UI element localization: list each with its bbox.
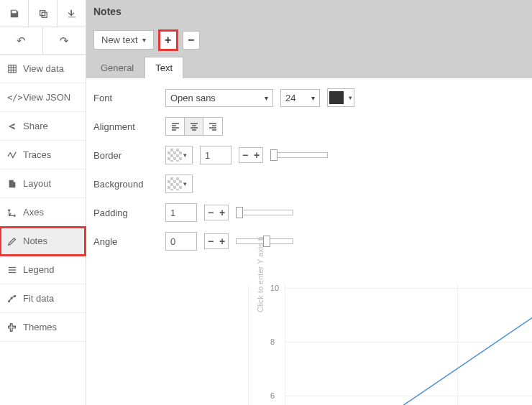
top-icon-row	[0, 0, 86, 27]
border-label: Border	[93, 150, 158, 161]
undo-row: ↶ ↷	[0, 27, 86, 55]
chart[interactable]: 10 8 6	[285, 284, 532, 405]
sidebar-item-label: Axes	[23, 207, 44, 218]
color-preview	[329, 91, 344, 104]
angle-slider[interactable]	[236, 233, 293, 249]
text-form: Font Open sans 24 Alignment Border −+	[86, 78, 532, 261]
panel-title: Notes	[86, 0, 532, 23]
minus-icon: −	[239, 148, 251, 162]
save-button[interactable]	[0, 0, 29, 27]
align-center-button[interactable]	[185, 118, 203, 135]
y-axis-label[interactable]: Click to enter Y axis ti	[256, 237, 265, 312]
sidebar-item-label: Legend	[23, 264, 54, 275]
border-color-picker[interactable]	[165, 146, 193, 164]
sidebar: ↶ ↷ View data </> View JSON Share Traces…	[0, 0, 86, 405]
sidebar-item-label: View data	[23, 63, 64, 74]
sidebar-item-view-data[interactable]: View data	[0, 55, 86, 83]
angle-stepper[interactable]: −+	[204, 233, 229, 249]
y-tick: 6	[270, 391, 275, 400]
sidebar-item-label: Share	[23, 121, 48, 131]
sidebar-item-label: Notes	[23, 236, 47, 246]
svg-line-25	[371, 305, 532, 405]
sidebar-item-label: Fit data	[23, 293, 54, 304]
angle-input[interactable]	[165, 232, 197, 251]
padding-slider[interactable]	[236, 205, 293, 220]
copy-button[interactable]	[29, 0, 58, 27]
remove-note-button[interactable]: −	[183, 31, 200, 50]
download-button[interactable]	[58, 0, 86, 27]
y-tick: 8	[270, 338, 275, 346]
line-trace	[285, 284, 532, 405]
tab-general[interactable]: General	[90, 57, 145, 78]
tab-text[interactable]: Text	[145, 57, 183, 78]
new-text-dropdown[interactable]: New text	[93, 30, 154, 50]
undo-button[interactable]: ↶	[0, 27, 43, 54]
checker-icon	[168, 177, 182, 190]
font-color-picker[interactable]	[327, 88, 354, 107]
align-left-button[interactable]	[166, 118, 185, 135]
minus-icon: −	[205, 205, 216, 220]
sidebar-item-notes[interactable]: Notes	[0, 227, 86, 256]
font-label: Font	[93, 93, 158, 103]
padding-stepper[interactable]: −+	[204, 205, 229, 220]
add-note-button[interactable]: +	[160, 31, 177, 50]
angle-label: Angle	[93, 236, 158, 247]
sidebar-item-label: Themes	[23, 322, 57, 332]
chart-area: Click to enter Y axis ti 10 8 6	[248, 284, 532, 405]
sidebar-item-label: View JSON	[23, 92, 70, 103]
minus-icon: −	[205, 234, 216, 248]
sidebar-item-label: Layout	[23, 178, 51, 189]
sidebar-item-traces[interactable]: Traces	[0, 141, 86, 169]
padding-label: Padding	[93, 208, 158, 218]
panel: Notes New text + − General Text Font Ope…	[86, 0, 532, 405]
code-icon: </>	[7, 93, 17, 103]
alignment-group	[165, 117, 223, 136]
border-stepper[interactable]: −+	[239, 147, 263, 163]
panel-toolbar: New text + −	[86, 23, 532, 57]
sidebar-item-label: Traces	[23, 149, 51, 160]
background-label: Background	[93, 179, 158, 190]
sidebar-item-legend[interactable]: Legend	[0, 256, 86, 284]
font-size-select[interactable]: 24	[280, 89, 320, 107]
svg-rect-1	[42, 12, 47, 17]
sidebar-item-layout[interactable]: Layout	[0, 169, 86, 198]
align-right-button[interactable]	[203, 118, 222, 135]
svg-rect-2	[9, 65, 17, 73]
redo-button[interactable]: ↷	[43, 27, 86, 54]
plus-icon: +	[251, 148, 262, 162]
plus-icon: +	[216, 205, 228, 220]
sidebar-item-share[interactable]: Share	[0, 112, 86, 141]
font-family-select[interactable]: Open sans	[165, 89, 273, 107]
svg-rect-0	[40, 10, 45, 15]
alignment-label: Alignment	[93, 121, 158, 132]
plus-icon: +	[216, 234, 228, 248]
border-width-input[interactable]	[200, 146, 231, 164]
tabs: General Text	[86, 57, 532, 78]
sidebar-item-axes[interactable]: Axes	[0, 198, 86, 227]
background-color-picker[interactable]	[165, 174, 193, 193]
y-tick: 10	[270, 284, 279, 292]
sidebar-item-view-json[interactable]: </> View JSON	[0, 83, 86, 112]
padding-input[interactable]	[165, 203, 197, 222]
checker-icon	[168, 149, 182, 162]
sidebar-item-fit-data[interactable]: Fit data	[0, 284, 86, 313]
sidebar-item-themes[interactable]: Themes	[0, 313, 86, 342]
border-slider[interactable]	[270, 147, 328, 163]
